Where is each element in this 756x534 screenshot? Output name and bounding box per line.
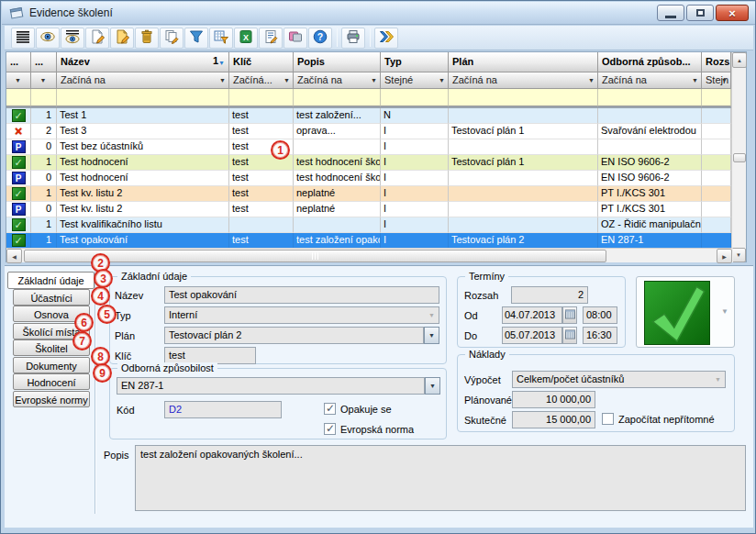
table-row[interactable]: ✓1Test opakovánítesttest založení opakov… <box>6 233 746 249</box>
column-header-8[interactable]: Rozs <box>702 52 731 72</box>
filter-advanced-button[interactable] <box>209 28 233 49</box>
status-image-button[interactable]: ▼ <box>636 276 735 348</box>
new-record-button[interactable] <box>85 28 109 49</box>
filter-operator-4[interactable]: Začíná na▼ <box>294 72 381 89</box>
column-header-label: Název <box>61 56 90 67</box>
filter-operator-1[interactable]: ▼ <box>31 72 57 89</box>
delete-record-button[interactable] <box>135 28 159 49</box>
planovane-field[interactable]: 10 000,00 <box>512 391 595 408</box>
skutecne-field[interactable]: 15 000,00 <box>512 411 595 428</box>
print-button[interactable] <box>341 28 365 49</box>
menu-button[interactable] <box>11 28 35 49</box>
typ-select[interactable]: Interní ▼ <box>164 306 439 324</box>
vertical-scroll-thumb[interactable] <box>733 153 746 162</box>
plan-select[interactable]: Testovací plán 2 <box>164 327 424 344</box>
grid-filter-input-row[interactable] <box>6 89 746 106</box>
popis-textarea[interactable]: test založení opakovaných školení... <box>135 445 746 511</box>
table-row[interactable]: P0Test kv. listu 2testneplatnéIPT I./KCS… <box>6 202 746 217</box>
od-time-field[interactable]: 08:00 <box>583 306 617 324</box>
copy-record-button[interactable] <box>160 28 183 49</box>
filter-input-cell-7[interactable] <box>598 89 702 106</box>
column-header-3[interactable]: Klíč <box>229 52 294 72</box>
filter-input-cell-1[interactable] <box>31 89 57 106</box>
do-calendar-button[interactable] <box>562 327 577 344</box>
column-header-2[interactable]: Název1▼ <box>57 52 229 72</box>
grid-horizontal-scrollbar[interactable]: ◀ ▶ <box>6 248 733 262</box>
tab-z-kladn-daje[interactable]: Základní údaje <box>7 272 94 289</box>
filter-operator-8[interactable]: Stejn▼ <box>702 72 731 89</box>
filter-button[interactable] <box>184 28 208 49</box>
chevron-down-icon[interactable]: ▼ <box>721 307 728 316</box>
plan-dropdown-button[interactable]: ▼ <box>424 327 439 344</box>
filter-operator-3[interactable]: Začíná...▼ <box>229 72 294 89</box>
close-button[interactable]: × <box>716 5 749 21</box>
status-p-icon: P <box>12 203 26 216</box>
preview-button[interactable] <box>36 28 60 49</box>
table-row[interactable]: ✓1Test kv. listu 2testneplatnéIPT I./KCS… <box>6 186 746 202</box>
restore-button[interactable] <box>686 5 714 21</box>
table-row[interactable]: ✓1Test hodnocenítesttest hodnocení škole… <box>6 155 746 171</box>
status-cross-icon: × <box>15 125 22 138</box>
zapocitat-nepritomne-checkbox[interactable] <box>602 413 614 425</box>
table-row[interactable]: ×2Test 3testoprava...ITestovací plán 1Sv… <box>6 124 746 139</box>
table-row[interactable]: P0Test hodnocenítesttest hodnocení škole… <box>6 171 746 186</box>
column-header-0[interactable]: ... <box>6 52 31 72</box>
kod-field[interactable]: D2 <box>164 401 282 418</box>
scroll-right-button[interactable]: ▶ <box>717 249 732 263</box>
scroll-down-button[interactable]: ▼ <box>731 248 746 262</box>
help-button[interactable]: ? <box>308 28 332 49</box>
od-date-field[interactable]: 04.07.2013 <box>502 306 562 324</box>
column-header-4[interactable]: Popis <box>294 52 381 72</box>
scroll-left-button[interactable]: ◀ <box>6 249 22 263</box>
minimize-button[interactable] <box>657 5 684 21</box>
table-row[interactable]: ✓1Test kvalifikačního listuIOZ - Řidič m… <box>6 217 746 233</box>
grid-vertical-scrollbar[interactable]: ▲ <box>731 52 746 248</box>
horizontal-scroll-thumb[interactable] <box>24 250 606 262</box>
column-header-6[interactable]: Plán <box>449 52 598 72</box>
preview-details-button[interactable] <box>61 28 84 49</box>
filter-input-cell-8[interactable] <box>702 89 731 106</box>
notes-edit-button[interactable] <box>259 28 283 49</box>
tab-dokumenty[interactable]: Dokumenty <box>13 357 90 373</box>
edit-record-button[interactable] <box>110 28 134 49</box>
competence-select[interactable]: EN 287-1 <box>117 377 425 395</box>
filter-input-cell-2[interactable] <box>57 89 229 106</box>
column-header-5[interactable]: Typ <box>381 52 449 72</box>
competence-dropdown-button[interactable]: ▼ <box>425 377 440 395</box>
tab-hodnocen-[interactable]: Hodnocení <box>13 373 90 390</box>
filter-input-cell-0[interactable] <box>6 89 31 106</box>
merge-records-button[interactable] <box>284 28 307 49</box>
nazev-field[interactable]: Test opakování <box>164 286 439 304</box>
rozsah-field[interactable]: 2 <box>511 286 588 304</box>
filter-operator-6[interactable]: Začíná na▼ <box>449 72 598 89</box>
filter-input-cell-3[interactable] <box>229 89 294 106</box>
filter-operator-0[interactable]: ▼ <box>6 72 31 89</box>
filter-input-cell-4[interactable] <box>294 89 381 106</box>
cell-rozsah <box>702 139 731 155</box>
excel-export-button[interactable]: X <box>234 28 258 49</box>
title-bar[interactable]: Evidence školení × <box>2 2 755 25</box>
column-header-1[interactable]: ... <box>31 52 57 72</box>
chevron-down-icon: ▼ <box>219 77 226 83</box>
filter-operator-7[interactable]: Začíná na▼ <box>598 72 702 89</box>
filter-operator-2[interactable]: Začíná na▼ <box>57 72 229 89</box>
cell-popis: oprava... <box>294 124 381 139</box>
do-date-field[interactable]: 05.07.2013 <box>502 327 562 344</box>
column-header-7[interactable]: Odborná způsob... <box>598 52 702 72</box>
more-commands-button[interactable] <box>374 28 398 49</box>
scroll-up-button[interactable]: ▲ <box>732 52 747 68</box>
toolbar: X? <box>5 26 753 50</box>
chevron-down-icon: ▼ <box>439 77 445 83</box>
table-row[interactable]: P0Test bez účastníkůtestI <box>6 139 746 155</box>
od-calendar-button[interactable] <box>562 306 577 324</box>
filter-input-cell-5[interactable] <box>381 89 449 106</box>
do-time-field[interactable]: 16:30 <box>583 327 617 344</box>
filter-operator-5[interactable]: Stejné▼ <box>381 72 449 89</box>
tab--astn-ci[interactable]: Účastníci <box>13 289 90 306</box>
filter-input-cell-6[interactable] <box>449 89 598 106</box>
vypocet-select[interactable]: Celkem/počet účastníků ▼ <box>512 371 726 388</box>
tab-evropsk-normy[interactable]: Evropské normy <box>13 391 90 407</box>
evropska-norma-checkbox[interactable] <box>324 423 336 435</box>
opakuje-se-checkbox[interactable] <box>324 403 336 415</box>
table-row[interactable]: ✓1Test 1testtest založení...N <box>6 108 746 124</box>
